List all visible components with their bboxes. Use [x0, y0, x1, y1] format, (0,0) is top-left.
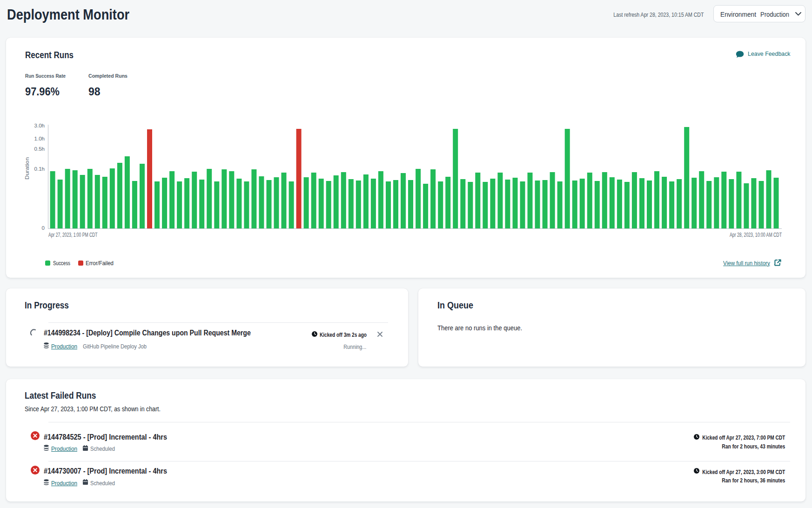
svg-text:3.0h: 3.0h	[34, 123, 45, 128]
svg-text:1.0h: 1.0h	[34, 136, 45, 141]
svg-text:Duration: Duration	[24, 157, 30, 180]
svg-text:Apr 27, 2023, 1:00 PM CDT: Apr 27, 2023, 1:00 PM CDT	[48, 232, 98, 238]
svg-text:Apr 28, 2023, 10:00 AM CDT: Apr 28, 2023, 10:00 AM CDT	[730, 232, 782, 238]
svg-text:0.1h: 0.1h	[34, 166, 45, 172]
svg-text:0: 0	[42, 225, 45, 231]
svg-text:0.5h: 0.5h	[34, 146, 45, 152]
